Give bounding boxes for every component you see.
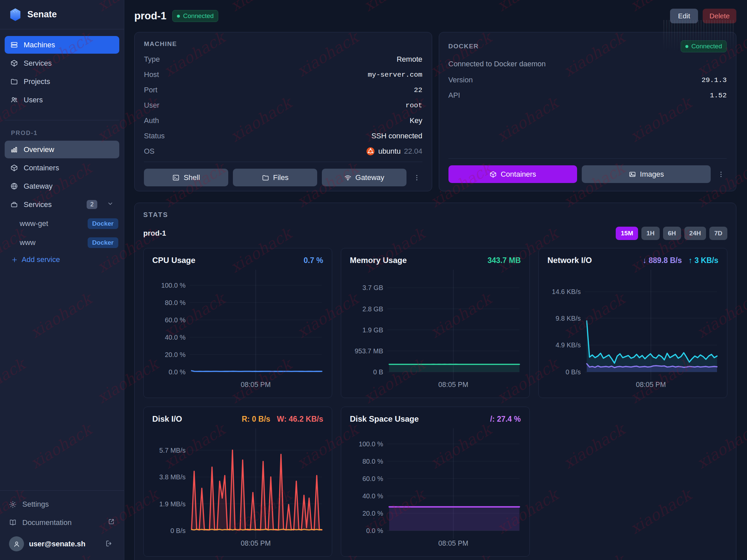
docker-card-title: DOCKER [448,43,479,50]
stats-subheader: prod-1 15M 1H 6H 24H 7D [143,227,727,240]
docker-row-version: Version 29.1.3 [448,72,727,88]
time-range-group: 15M 1H 6H 24H 7D [616,227,727,240]
images-button[interactable]: Images [582,166,711,183]
docker-subtitle: Connected to Docker daemon [448,60,727,68]
containers-button[interactable]: Containers [448,166,577,183]
chart-header-values: 343.7 MB [487,256,521,265]
row-value: 29.1.3 [701,76,727,84]
sidebar-item-users[interactable]: Users [5,91,119,109]
sidebar-item-documentation[interactable]: Documentation [9,518,115,527]
sidebar-item-gateway[interactable]: Gateway [5,177,119,195]
globe-icon [10,182,18,190]
row-value: 1.52 [710,92,727,99]
svg-text:08:05 PM: 08:05 PM [241,539,271,547]
service-item-www[interactable]: www Docker [0,233,124,252]
chart-disk-space-usage: Disk Space Usage/: 27.4 % 100.0 %80.0 %6… [341,407,530,557]
sidebar-item-label: Services [24,200,52,209]
logout-icon [105,540,113,547]
sidebar-item-services-group[interactable]: Services 2 [5,196,119,213]
sidebar-item-overview[interactable]: Overview [5,141,119,158]
gateway-button[interactable]: Gateway [322,169,406,186]
machine-nav: Overview Containers Gateway Services 2 [0,141,124,214]
sidebar-item-machines[interactable]: Machines [5,36,119,54]
chart-header-values: R: 0 B/sW: 46.2 KB/s [241,415,323,424]
chart-header-value: 343.7 MB [487,256,521,265]
senate-logo-icon [9,8,22,22]
service-item-www-get[interactable]: www-get Docker [0,214,124,233]
cpu-usage-chart: 100.0 %80.0 %60.0 %40.0 %20.0 %0.0 %08:0… [152,269,323,389]
sidebar-item-projects[interactable]: Projects [5,73,119,90]
svg-text:80.0 %: 80.0 % [362,458,383,465]
row-value: Remote [396,55,422,63]
sidebar-item-label: Users [24,96,43,104]
card-divider [448,158,727,159]
bar-chart-icon [10,146,18,153]
svg-text:100.0 %: 100.0 % [359,440,383,448]
row-value: SSH connected [371,132,422,140]
machine-rows: Type Remote Host my-server.com Port 22 U… [144,52,422,159]
person-icon [12,540,21,548]
range-7d-button[interactable]: 7D [710,227,727,240]
row-label: OS [144,147,155,156]
edit-button[interactable]: Edit [670,9,698,23]
sidebar-item-label: Gateway [24,182,53,191]
machine-row-status: Status SSH connected [144,128,422,144]
chart-header-value: /: 27.4 % [490,415,521,424]
range-24h-button[interactable]: 24H [685,227,706,240]
svg-text:4.9 KB/s: 4.9 KB/s [556,341,581,349]
docker-badge: Docker [87,218,118,229]
terminal-icon [172,174,180,181]
range-1h-button[interactable]: 1H [641,227,660,240]
svg-text:0 B: 0 B [373,368,383,376]
folder-icon [262,174,269,181]
machine-row-host: Host my-server.com [144,67,422,82]
files-button[interactable]: Files [233,169,317,186]
chart-disk-io: Disk I/OR: 0 B/sW: 46.2 KB/s 5.7 MB/s3.8… [143,407,332,557]
svg-text:9.8 KB/s: 9.8 KB/s [556,314,581,322]
logout-button[interactable] [103,539,115,549]
sidebar-item-containers[interactable]: Containers [5,159,119,177]
settings-label: Settings [22,500,49,509]
chart-header-values: 0.7 % [304,256,323,265]
docker-actions: Containers Images [448,166,727,183]
row-label: API [448,91,460,100]
sidebar-item-label: Machines [24,41,55,49]
delete-button[interactable]: Delete [703,9,736,23]
add-service-label: Add service [22,255,60,264]
machine-kebab-menu-button[interactable] [411,169,422,186]
page-title: prod-1 [134,10,166,22]
docker-status-badge: Connected [681,40,727,52]
sidebar-item-services[interactable]: Services [5,54,119,72]
cube-icon [489,171,497,178]
sidebar-item-label: Overview [24,145,54,154]
machine-row-port: Port 22 [144,82,422,98]
chart-title: Memory Usage [350,256,407,265]
svg-text:5.7 MB/s: 5.7 MB/s [159,446,186,454]
svg-text:0.0 %: 0.0 % [366,527,383,534]
machine-card: MACHINE Type Remote Host my-server.com P… [134,32,432,191]
image-icon [629,171,636,178]
os-name: ubuntu [378,147,401,156]
sidebar: Senate Machines Services Projects Users … [0,0,124,560]
documentation-label: Documentation [22,518,72,527]
os-version: 22.04 [404,147,422,156]
disk-io-chart: 5.7 MB/s3.8 MB/s1.9 MB/s0 B/s08:05 PM [152,428,323,548]
row-value: Key [410,116,422,125]
row-label: Host [144,70,159,79]
machine-card-title: MACHINE [144,40,422,48]
range-15m-button[interactable]: 15M [616,227,638,240]
sidebar-item-settings[interactable]: Settings [9,500,115,509]
shell-button[interactable]: Shell [144,169,228,186]
svg-text:0 B/s: 0 B/s [170,527,186,534]
add-service-button[interactable]: Add service [11,255,124,264]
services-count-badge: 2 [87,200,97,209]
sidebar-divider [5,120,119,120]
range-6h-button[interactable]: 6H [663,227,681,240]
docker-kebab-menu-button[interactable] [715,166,727,183]
chart-header-values: ↓ 889.8 B/s↑ 3 KB/s [643,256,718,265]
svg-text:80.0 %: 80.0 % [165,299,186,306]
docker-row-api: API 1.52 [448,88,727,103]
machine-row-os: OS ubuntu 22.04 [144,144,422,159]
chart-title: CPU Usage [152,256,195,265]
chevron-down-icon[interactable] [107,200,113,209]
